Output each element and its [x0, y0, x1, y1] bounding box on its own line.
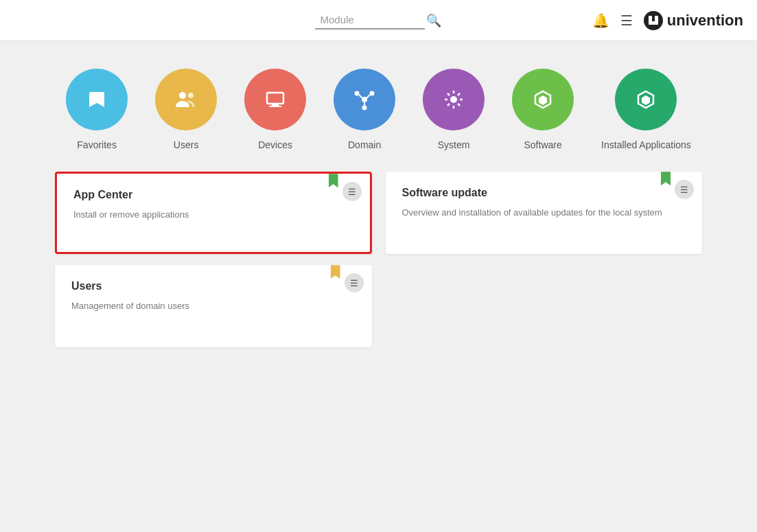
svg-point-4	[188, 93, 194, 98]
search-input[interactable]	[315, 11, 425, 30]
logo-icon	[644, 11, 663, 30]
card-menu-users-card[interactable]: ☰	[345, 273, 364, 292]
card-software-update[interactable]: ☰Software updateOverview and installatio…	[386, 172, 703, 254]
svg-point-9	[355, 91, 360, 96]
category-label-users: Users	[174, 139, 199, 151]
category-label-favorites: Favorites	[77, 139, 117, 151]
card-desc-users-card: Management of domain users	[71, 299, 358, 313]
card-title-users-card: Users	[71, 280, 358, 292]
category-favorites[interactable]: Favorites	[66, 69, 128, 151]
category-devices[interactable]: Devices	[244, 69, 306, 151]
menu-icon: ☰	[620, 13, 633, 28]
bookmark-icon	[331, 265, 340, 279]
bookmark-icon	[661, 172, 671, 185]
cards-column-left: ☰App CenterInstall or remove application…	[55, 172, 372, 347]
category-icon-installed	[615, 69, 677, 130]
card-title-software-update: Software update	[402, 187, 689, 199]
svg-point-11	[362, 106, 367, 111]
category-label-software: Software	[524, 139, 561, 151]
svg-rect-7	[269, 106, 281, 107]
card-title-app-center: App Center	[73, 189, 356, 201]
card-desc-app-center: Install or remove applications	[73, 208, 356, 222]
svg-point-15	[450, 96, 457, 103]
category-icon-software	[512, 69, 574, 130]
category-system[interactable]: System	[423, 69, 485, 151]
svg-rect-2	[655, 16, 658, 23]
search-icon: 🔍	[426, 14, 441, 27]
svg-line-21	[458, 104, 460, 106]
svg-rect-5	[267, 93, 283, 104]
svg-point-10	[370, 91, 375, 96]
svg-point-3	[179, 92, 186, 99]
svg-line-23	[447, 104, 450, 106]
menu-dots-icon: ☰	[348, 187, 356, 197]
search-button[interactable]: 🔍	[425, 12, 443, 30]
cards-area: ☰App CenterInstall or remove application…	[0, 172, 757, 347]
category-software[interactable]: Software	[512, 69, 574, 151]
cards-column-right: ☰Software updateOverview and installatio…	[386, 172, 703, 347]
menu-dots-icon: ☰	[680, 185, 688, 195]
category-row: FavoritesUsersDevicesDomainSystemSoftwar…	[0, 41, 757, 172]
category-installed[interactable]: Installed Applications	[601, 69, 691, 151]
category-label-system: System	[438, 139, 470, 151]
svg-line-13	[366, 95, 370, 98]
card-app-center[interactable]: ☰App CenterInstall or remove application…	[55, 172, 372, 254]
notification-bell[interactable]: 🔔	[592, 12, 609, 29]
category-icon-domain	[334, 69, 395, 130]
search-wrap: 🔍	[315, 11, 443, 30]
logo-text: univention	[667, 12, 743, 30]
category-icon-system	[423, 69, 485, 130]
svg-line-20	[447, 93, 450, 95]
category-domain[interactable]: Domain	[334, 69, 395, 151]
hamburger-menu[interactable]: ☰	[620, 12, 633, 29]
header: 🔍 🔔 ☰ univention	[0, 0, 757, 41]
card-menu-software-update[interactable]: ☰	[675, 180, 694, 199]
card-users-card[interactable]: ☰UsersManagement of domain users	[55, 265, 372, 347]
category-label-domain: Domain	[348, 139, 381, 151]
category-label-installed: Installed Applications	[601, 139, 691, 151]
category-icon-favorites	[66, 69, 128, 130]
svg-line-22	[458, 93, 460, 95]
logo: univention	[644, 11, 743, 30]
bookmark-icon	[329, 174, 338, 187]
category-icon-devices	[244, 69, 306, 130]
card-desc-software-update: Overview and installation of available u…	[402, 206, 689, 220]
svg-line-12	[359, 95, 362, 98]
category-label-devices: Devices	[258, 139, 292, 151]
card-menu-app-center[interactable]: ☰	[342, 182, 362, 201]
category-icon-users	[155, 69, 217, 130]
svg-rect-6	[272, 104, 279, 106]
category-users[interactable]: Users	[155, 69, 217, 151]
bell-icon: 🔔	[592, 13, 609, 28]
menu-dots-icon: ☰	[350, 278, 358, 288]
